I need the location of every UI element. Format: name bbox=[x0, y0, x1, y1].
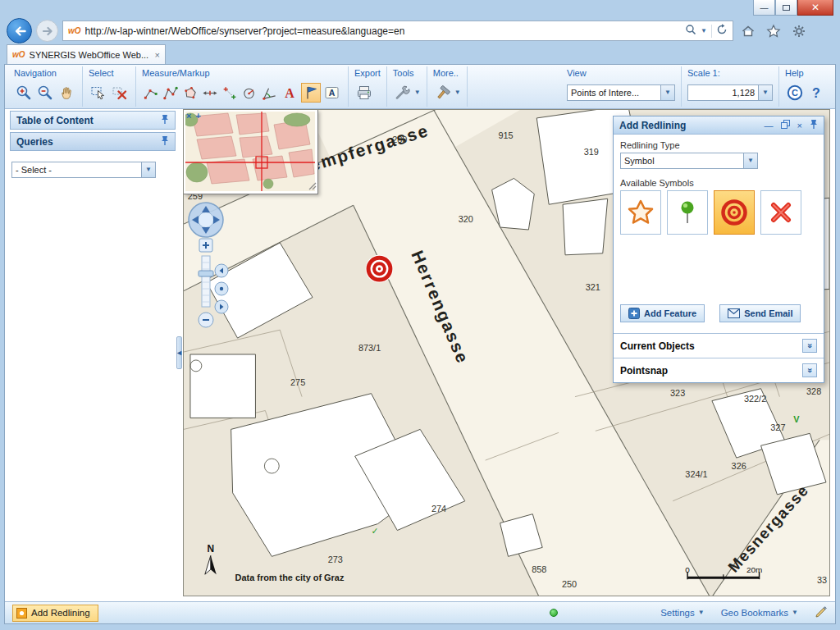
chevron-down-icon[interactable]: ▼ bbox=[743, 153, 757, 168]
copyright-info-icon[interactable]: C bbox=[785, 83, 805, 103]
scale-value[interactable]: 1,128 bbox=[688, 88, 758, 98]
measure-line-icon[interactable] bbox=[162, 83, 180, 103]
chevron-down-icon[interactable]: ▼ bbox=[758, 85, 772, 100]
redlining-flag-icon[interactable] bbox=[301, 83, 321, 103]
section-label: Scale 1: bbox=[687, 68, 773, 80]
parcel-label: 327 bbox=[770, 422, 785, 432]
browser-tab[interactable]: wO SYNERGIS WebOffice Web... × bbox=[7, 44, 166, 64]
overview-pan-icon[interactable]: + bbox=[195, 110, 200, 121]
measure-point-icon[interactable] bbox=[142, 83, 160, 103]
pin-icon[interactable] bbox=[161, 135, 169, 148]
view-select[interactable]: Points of Intere... ▼ bbox=[567, 84, 675, 101]
collapse-sidebar-handle[interactable]: ◄ bbox=[176, 336, 182, 369]
select-features-icon[interactable] bbox=[89, 83, 108, 103]
measure-circle-icon[interactable] bbox=[240, 83, 258, 103]
geo-bookmarks-menu[interactable]: Geo Bookmarks ▼ bbox=[721, 608, 798, 618]
favorites-star-icon[interactable] bbox=[763, 21, 784, 42]
panel-close-icon[interactable]: × bbox=[797, 121, 802, 130]
expand-current-objects-button[interactable]: » bbox=[802, 339, 817, 353]
maximize-button[interactable] bbox=[775, 0, 797, 16]
wrench-tool-icon[interactable] bbox=[393, 83, 413, 103]
edit-pencil-icon[interactable] bbox=[815, 605, 828, 621]
zoom-slider[interactable] bbox=[199, 256, 213, 307]
expand-pointsnap-button[interactable]: » bbox=[802, 363, 817, 377]
zoom-out-button[interactable] bbox=[199, 313, 213, 327]
window-controls: — ✕ bbox=[753, 0, 833, 16]
search-icon[interactable] bbox=[685, 24, 696, 38]
tools-dropdown-icon[interactable]: ▼ bbox=[414, 89, 421, 96]
available-symbols-label: Available Symbols bbox=[620, 178, 817, 188]
section-label: Export bbox=[354, 68, 381, 80]
add-feature-button[interactable]: Add Feature bbox=[620, 304, 705, 322]
next-extent-button[interactable] bbox=[215, 300, 228, 313]
clear-selection-icon[interactable] bbox=[110, 83, 130, 103]
zoom-in-button[interactable] bbox=[199, 239, 212, 252]
settings-menu[interactable]: Settings ▼ bbox=[660, 608, 704, 618]
zoom-out-icon[interactable] bbox=[35, 83, 55, 103]
tab-close-icon[interactable]: × bbox=[155, 50, 160, 60]
parcel-label: 326 bbox=[732, 461, 746, 471]
previous-extent-button[interactable] bbox=[215, 264, 228, 277]
forward-button[interactable] bbox=[36, 20, 58, 42]
browser-navigation-bar: wO http://w-lap-wintner/WebOffice/synser… bbox=[7, 17, 833, 44]
panel-header[interactable]: Add Redlining — × bbox=[614, 116, 824, 135]
sidebar-item-queries[interactable]: Queries bbox=[10, 132, 176, 151]
print-icon[interactable] bbox=[354, 83, 374, 103]
overview-close-icon[interactable]: × bbox=[186, 110, 191, 121]
symbol-pin-button[interactable] bbox=[667, 190, 708, 235]
svg-text:?: ? bbox=[812, 86, 820, 100]
measure-distance-icon[interactable] bbox=[201, 83, 219, 103]
parcel-label: 323 bbox=[670, 388, 685, 398]
back-button[interactable] bbox=[7, 18, 32, 43]
refresh-icon[interactable] bbox=[716, 24, 728, 38]
measure-angle-icon[interactable] bbox=[260, 83, 278, 103]
zoom-in-icon[interactable] bbox=[14, 83, 34, 103]
send-email-button[interactable]: Send Email bbox=[719, 304, 801, 322]
pan-pad[interactable] bbox=[189, 203, 223, 237]
overview-map[interactable]: × + bbox=[184, 110, 318, 194]
current-objects-section[interactable]: Current Objects » bbox=[614, 333, 824, 358]
minimize-button[interactable]: — bbox=[753, 0, 775, 16]
extent-history-buttons bbox=[215, 264, 228, 313]
panel-title: Add Redlining bbox=[619, 120, 765, 131]
hammer-icon[interactable] bbox=[433, 83, 453, 103]
address-dropdown-icon[interactable]: ▼ bbox=[701, 28, 707, 34]
query-select[interactable]: - Select - ▼ bbox=[11, 162, 156, 178]
toolbar-section-more: More.. ▼ bbox=[427, 66, 468, 107]
pin-icon[interactable] bbox=[810, 119, 818, 131]
sidebar-item-table-of-content[interactable]: Table of Content bbox=[10, 111, 176, 130]
symbol-star-button[interactable] bbox=[620, 190, 661, 235]
symbol-target-button[interactable] bbox=[714, 190, 755, 235]
overview-map-canvas bbox=[185, 112, 315, 191]
close-window-button[interactable]: ✕ bbox=[797, 0, 833, 16]
symbol-x-button[interactable] bbox=[760, 190, 801, 235]
panel-restore-icon[interactable] bbox=[781, 120, 790, 130]
zoom-slider-handle[interactable] bbox=[199, 271, 213, 276]
sidebar-splitter[interactable]: ◄ bbox=[176, 109, 183, 596]
scale-combo[interactable]: 1,128 ▼ bbox=[687, 84, 773, 101]
url-text[interactable]: http://w-lap-wintner/WebOffice/synserver… bbox=[85, 25, 682, 37]
label-box-icon[interactable]: A bbox=[322, 83, 342, 103]
current-extent-button[interactable] bbox=[215, 282, 228, 295]
map-viewport[interactable]: Stempfergasse Herrengasse Mesnergasse 28… bbox=[183, 109, 830, 596]
measure-area-icon[interactable] bbox=[181, 83, 199, 103]
pan-hand-icon[interactable] bbox=[57, 83, 76, 103]
panel-minimize-icon[interactable]: — bbox=[765, 121, 774, 130]
settings-gear-icon[interactable] bbox=[788, 21, 810, 42]
map-navigation-control[interactable] bbox=[187, 199, 230, 331]
measure-coordinates-icon[interactable] bbox=[221, 83, 239, 103]
chevron-down-icon: ▼ bbox=[698, 609, 705, 616]
active-mode-badge[interactable]: Add Redlining bbox=[12, 605, 98, 622]
home-icon[interactable] bbox=[737, 21, 759, 42]
redlining-type-select[interactable]: Symbol ▼ bbox=[620, 153, 758, 169]
pointsnap-section[interactable]: Pointsnap » bbox=[614, 358, 824, 382]
text-markup-icon[interactable]: A bbox=[280, 83, 299, 103]
more-dropdown-icon[interactable]: ▼ bbox=[454, 89, 461, 96]
chevron-down-icon[interactable]: ▼ bbox=[141, 162, 155, 177]
overview-resize-handle[interactable] bbox=[308, 181, 317, 193]
section-label: Help bbox=[785, 68, 826, 80]
pin-icon[interactable] bbox=[161, 114, 169, 127]
chevron-down-icon[interactable]: ▼ bbox=[660, 85, 674, 100]
help-question-icon[interactable]: ? bbox=[806, 83, 826, 103]
address-bar[interactable]: wO http://w-lap-wintner/WebOffice/synser… bbox=[62, 21, 733, 41]
